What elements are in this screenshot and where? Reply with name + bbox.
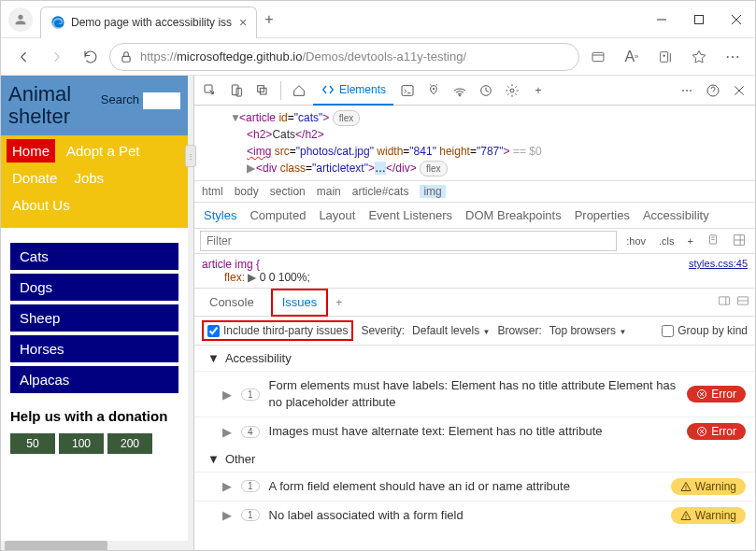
drawer-issues[interactable]: Issues	[271, 289, 329, 317]
warning-badge: Warning	[671, 478, 746, 495]
issues-list: ▼Accessibility ▶ 1 Form elements must ha…	[194, 346, 755, 530]
nav-about[interactable]: About Us	[7, 193, 76, 217]
svg-rect-6	[592, 52, 604, 61]
browser-tab[interactable]: Demo page with accessibility iss ×	[40, 7, 257, 38]
toggle-layout-icon[interactable]	[729, 232, 749, 250]
reader-icon[interactable]: A»	[617, 42, 647, 72]
issue-row[interactable]: ▶ 4 Images must have alternate text: Ele…	[194, 417, 755, 445]
drawer-layout-icon[interactable]	[736, 294, 749, 310]
maximize-button[interactable]	[680, 6, 718, 34]
horizontal-scrollbar[interactable]	[1, 541, 188, 551]
styles-filter-input[interactable]	[200, 231, 617, 251]
memory-tab-icon[interactable]	[500, 78, 524, 103]
source-link[interactable]: styles.css:45	[689, 258, 748, 269]
copy-styles-icon[interactable]	[703, 232, 723, 250]
svg-point-42	[686, 488, 687, 489]
elements-tab[interactable]: Elements	[313, 76, 393, 106]
close-window-button[interactable]	[718, 6, 755, 34]
webpage-viewport: Animal shelter Search Home Adopt a Pet D…	[1, 76, 188, 551]
tab-listeners[interactable]: Event Listeners	[368, 208, 452, 222]
device-icon[interactable]	[224, 78, 249, 103]
tab-layout[interactable]: Layout	[319, 208, 355, 222]
welcome-icon[interactable]	[287, 78, 311, 103]
tab-styles[interactable]: Styles	[204, 208, 236, 222]
svg-rect-17	[402, 85, 413, 95]
nav-adopt[interactable]: Adopt a Pet	[61, 139, 145, 162]
search-input[interactable]	[143, 92, 180, 109]
svg-rect-13	[232, 85, 238, 95]
inspect-icon[interactable]	[198, 78, 222, 103]
browser-dropdown[interactable]: Top browsers ▼	[549, 324, 627, 337]
new-tab-button[interactable]: +	[264, 11, 273, 28]
drawer-dock-icon[interactable]	[718, 294, 731, 310]
nav-donate[interactable]: Donate	[7, 166, 63, 190]
devtools-splitter[interactable]: ⋮	[188, 76, 193, 551]
splitter-handle-icon[interactable]: ⋮	[185, 145, 196, 167]
severity-dropdown[interactable]: Default levels ▼	[412, 324, 490, 337]
styles-filter-row: :hov .cls +	[194, 229, 755, 254]
console-tab-icon[interactable]	[395, 78, 420, 103]
tab-computed[interactable]: Computed	[250, 208, 306, 222]
hov-button[interactable]: :hov	[622, 233, 649, 248]
refresh-button[interactable]	[76, 42, 106, 72]
nav-home[interactable]: Home	[7, 139, 55, 162]
app-icon[interactable]	[583, 42, 613, 72]
search-label: Search	[101, 92, 139, 106]
more-icon[interactable]: ⋯	[675, 78, 699, 103]
group-other[interactable]: ▼Other	[194, 446, 755, 472]
lock-icon	[120, 50, 133, 64]
tab-properties[interactable]: Properties	[575, 208, 630, 222]
group-accessibility[interactable]: ▼Accessibility	[194, 346, 755, 371]
drawer-console[interactable]: Console	[200, 289, 264, 317]
nav-jobs[interactable]: Jobs	[68, 166, 109, 190]
favorite-icon[interactable]	[684, 42, 714, 72]
issue-row[interactable]: ▶ 1 Form elements must have labels: Elem…	[194, 371, 755, 417]
network-tab-icon[interactable]	[448, 78, 472, 103]
svg-rect-16	[260, 88, 266, 94]
group-by-kind-checkbox[interactable]: Group by kind	[662, 324, 748, 337]
close-devtools-icon[interactable]	[727, 78, 751, 103]
sidebar-sheep[interactable]: Sheep	[10, 304, 178, 332]
main-nav: Home Adopt a Pet Donate Jobs About Us	[1, 135, 188, 228]
performance-tab-icon[interactable]	[474, 78, 498, 103]
new-rule-icon[interactable]: +	[684, 233, 697, 248]
help-icon[interactable]	[701, 78, 725, 103]
sidebar-horses[interactable]: Horses	[10, 335, 178, 362]
warning-badge: Warning	[671, 507, 746, 524]
tab-accessibility[interactable]: Accessibility	[643, 208, 709, 222]
svg-point-44	[686, 518, 687, 519]
issue-row[interactable]: ▶ 1 No label associated with a form fiel…	[194, 501, 755, 530]
menu-button[interactable]: ⋯	[718, 42, 748, 72]
svg-point-19	[459, 94, 460, 95]
collections-icon[interactable]	[650, 42, 680, 72]
tab-breakpoints[interactable]: DOM Breakpoints	[465, 208, 562, 222]
tab-close-icon[interactable]: ×	[239, 15, 247, 30]
devtools-panel: Elements + ⋯ ▼<article id="cats"> flex <…	[193, 76, 755, 551]
forward-button	[42, 42, 72, 72]
third-party-checkbox[interactable]: Include third-party issues	[202, 320, 353, 341]
more-tabs-button[interactable]: +	[526, 78, 550, 103]
issue-row[interactable]: ▶ 1 A form field element should have an …	[194, 472, 755, 501]
sidebar-dogs[interactable]: Dogs	[10, 274, 178, 301]
back-button[interactable]	[8, 42, 38, 72]
donate-200[interactable]: 200	[107, 433, 152, 454]
donate-50[interactable]: 50	[10, 433, 55, 454]
donation-heading: Help us with a donation	[10, 408, 178, 424]
css-rules[interactable]: styles.css:45 article img { flex: ▶ 0 0 …	[194, 254, 755, 289]
sources-tab-icon[interactable]	[421, 78, 446, 103]
profile-avatar[interactable]	[8, 7, 33, 32]
3d-icon[interactable]	[250, 78, 275, 103]
window-titlebar: Demo page with accessibility iss × +	[1, 1, 755, 38]
url-box[interactable]: https://microsoftedge.github.io/Demos/de…	[109, 43, 579, 71]
sidebar-alpacas[interactable]: Alpacas	[10, 366, 178, 393]
drawer-add-icon[interactable]: +	[335, 296, 342, 309]
dom-breadcrumb[interactable]: html body section main article#cats img	[194, 181, 755, 203]
svg-rect-5	[122, 56, 130, 62]
sidebar: Cats Dogs Sheep Horses Alpacas Help us w…	[1, 228, 188, 469]
minimize-button[interactable]	[643, 6, 680, 34]
dom-tree[interactable]: ▼<article id="cats"> flex <h2>Cats</h2> …	[194, 106, 755, 181]
sidebar-cats[interactable]: Cats	[10, 243, 178, 270]
donate-100[interactable]: 100	[59, 433, 104, 454]
cls-button[interactable]: .cls	[655, 233, 678, 248]
styles-tabs: Styles Computed Layout Event Listeners D…	[194, 203, 755, 229]
